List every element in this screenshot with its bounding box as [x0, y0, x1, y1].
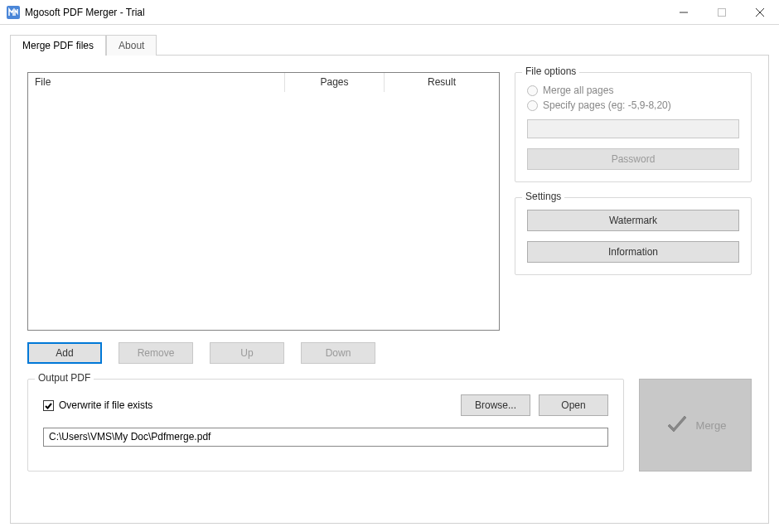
output-pdf-legend: Output PDF [35, 372, 94, 384]
up-button[interactable]: Up [210, 342, 284, 364]
merge-button[interactable]: Merge [639, 379, 752, 472]
radio-label: Merge all pages [543, 85, 613, 96]
output-path-input[interactable]: C:\Users\VMS\My Doc\Pdfmerge.pdf [43, 428, 608, 447]
column-header-result[interactable]: Result [385, 73, 499, 92]
column-header-file[interactable]: File [28, 73, 285, 92]
radio-label: Specify pages (eg: -5,9-8,20) [543, 99, 671, 111]
specify-pages-input[interactable] [527, 119, 739, 138]
radio-specify-pages[interactable]: Specify pages (eg: -5,9-8,20) [527, 99, 739, 111]
file-options-group: File options Merge all pages Specify pag… [515, 72, 752, 182]
merge-label: Merge [696, 419, 727, 432]
information-button[interactable]: Information [527, 241, 739, 263]
tab-about[interactable]: About [106, 35, 157, 56]
settings-legend: Settings [522, 191, 564, 202]
column-header-pages[interactable]: Pages [285, 73, 385, 92]
close-button[interactable] [741, 0, 779, 24]
checkbox-icon [43, 400, 54, 411]
checkmark-icon [665, 413, 689, 438]
overwrite-label: Overwrite if file exists [59, 399, 152, 411]
radio-merge-all-pages[interactable]: Merge all pages [527, 85, 739, 96]
svg-rect-2 [719, 8, 726, 16]
password-button[interactable]: Password [527, 148, 739, 170]
minimize-button[interactable] [665, 0, 703, 24]
table-header: File Pages Result [28, 73, 499, 93]
titlebar: Mgosoft PDF Merger - Trial [0, 0, 779, 25]
radio-icon [527, 100, 538, 111]
maximize-button[interactable] [703, 0, 741, 24]
app-icon [7, 6, 20, 19]
window-title: Mgosoft PDF Merger - Trial [25, 7, 665, 18]
tab-bar: Merge PDF files About [10, 35, 769, 56]
settings-group: Settings Watermark Information [515, 197, 752, 275]
down-button[interactable]: Down [301, 342, 375, 364]
open-button[interactable]: Open [539, 394, 608, 416]
add-button[interactable]: Add [27, 342, 102, 364]
overwrite-checkbox[interactable]: Overwrite if file exists [43, 399, 152, 411]
tab-merge-pdf-files[interactable]: Merge PDF files [10, 35, 106, 56]
file-options-legend: File options [522, 65, 579, 77]
browse-button[interactable]: Browse... [461, 394, 530, 416]
remove-button[interactable]: Remove [119, 342, 193, 364]
output-pdf-group: Output PDF Overwrite if file exists Brow… [27, 379, 624, 472]
watermark-button[interactable]: Watermark [527, 210, 739, 231]
tab-panel-merge: File Pages Result File options Merge all… [10, 55, 769, 524]
file-list-table[interactable]: File Pages Result [27, 72, 500, 331]
radio-icon [527, 85, 538, 96]
